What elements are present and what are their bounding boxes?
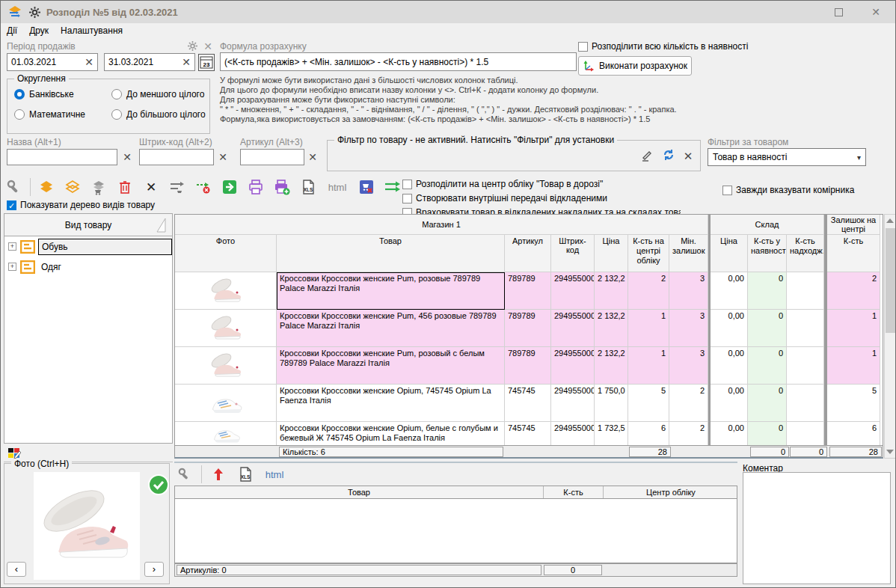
table-row[interactable]: Кроссовки Кроссовки женские Pum, розовый… (175, 347, 883, 385)
export-xls-button[interactable]: XLS (298, 177, 319, 197)
comment-textarea[interactable] (743, 472, 891, 584)
print-button[interactable] (245, 177, 266, 197)
execute-calculation-button[interactable]: Виконати розрахунок (578, 56, 692, 76)
product-name[interactable]: Кроссовки Кроссовки женские Opium, 74574… (277, 385, 505, 422)
calendar-button[interactable]: 23 (198, 54, 215, 71)
maximize-button[interactable] (822, 1, 855, 23)
radio-mathematical[interactable]: Математичне (14, 109, 85, 120)
close-button[interactable]: ✕ (859, 1, 892, 23)
col-header-qty[interactable]: К-сть (544, 486, 604, 498)
col-header-product[interactable]: Товар (175, 486, 544, 498)
export-html-button[interactable]: html (324, 177, 351, 197)
deferred-transfers-checkbox[interactable]: Створювати внутрішні передачі відкладени… (402, 193, 607, 203)
name-clear-icon[interactable]: ✕ (122, 151, 132, 163)
date-from-clear-icon[interactable]: ✕ (84, 56, 94, 68)
formula-input[interactable] (220, 52, 577, 71)
col-header-photo[interactable]: Фото (175, 235, 277, 272)
product-name[interactable]: Кроссовки Кроссовки женские Pum, 456 роз… (277, 310, 505, 347)
period-close-icon[interactable]: ✕ (203, 40, 213, 52)
col-header-article[interactable]: Артикул (505, 235, 551, 272)
cancel-move-button[interactable] (193, 177, 214, 197)
menu-settings[interactable]: Налаштування (55, 24, 129, 37)
distribution-table-body[interactable] (174, 499, 737, 563)
print-add-button[interactable] (271, 177, 292, 197)
svg-text:XLS: XLS (241, 474, 251, 480)
distribute-transit-checkbox[interactable]: Розподілити на центр обліку "Товар в дор… (402, 179, 603, 189)
filter-refresh-icon[interactable] (662, 148, 675, 162)
product-photo[interactable] (175, 422, 277, 446)
chevron-down-icon: ▾ (857, 153, 861, 162)
col-header-remain-qty[interactable]: К-сть (827, 235, 880, 272)
expand-icon[interactable]: + (8, 242, 16, 251)
toolbar-separator (201, 465, 202, 483)
col-header-product[interactable]: Товар (277, 235, 505, 272)
col-header-price[interactable]: Ціна (595, 235, 628, 272)
col-header-center[interactable]: Центр обліку (604, 486, 738, 498)
period-gear-icon[interactable] (188, 41, 197, 51)
scroll-up-icon[interactable] (886, 218, 894, 223)
distribute-all-checkbox[interactable]: Розподілити всю кількість в наявності (578, 41, 748, 52)
layers-filled-button[interactable] (36, 177, 57, 197)
barcode-clear-icon[interactable]: ✕ (218, 151, 228, 163)
product-photo[interactable] (175, 347, 277, 385)
filter-clear-icon[interactable]: ✕ (683, 150, 693, 163)
clear-x-button[interactable]: ✕ (141, 177, 162, 197)
menu-print[interactable]: Друк (23, 24, 55, 37)
product-name[interactable]: Кроссовки Кроссовки женские Pum, розовые… (277, 272, 505, 310)
product-name[interactable]: Кроссовки Кроссовки женские Opium, белые… (277, 422, 505, 446)
bottom-export-xls-button[interactable]: XLS (235, 465, 256, 484)
col-header-wh-income[interactable]: К-сть надходж. (787, 235, 824, 272)
always-storekeeper-checkbox[interactable]: Завжди вказувати комірника (722, 185, 854, 195)
product-photo[interactable] (175, 310, 277, 347)
radio-banking[interactable]: Банківське (14, 89, 74, 99)
col-header-barcode[interactable]: Штрих-код (551, 235, 595, 272)
table-row[interactable]: Кроссовки Кроссовки женские Pum, розовые… (175, 272, 883, 310)
scroll-down-icon[interactable] (886, 450, 894, 454)
expand-icon[interactable]: + (8, 263, 16, 271)
radio-round-up[interactable]: До більшого цілого (111, 109, 206, 120)
table-row[interactable]: Кроссовки Кроссовки женские Pum, 456 роз… (175, 310, 883, 347)
delete-trash-button[interactable] (114, 177, 135, 197)
product-photo[interactable] (175, 385, 277, 422)
article-search-input[interactable] (240, 149, 304, 165)
show-tree-checkbox[interactable]: ✓Показувати дерево видів товару (7, 200, 155, 210)
table-scrollbar[interactable] (884, 214, 896, 459)
table-row[interactable]: Кроссовки Кроссовки женские Opium, 74574… (175, 385, 883, 422)
col-header-qty-center[interactable]: К-сть на центрі обліку (628, 235, 669, 272)
col-header-wh-price[interactable]: Ціна (711, 235, 748, 272)
filter-edit-icon[interactable] (640, 149, 654, 162)
col-header-wh-qty[interactable]: К-сть у наявност (748, 235, 787, 272)
layers-outline-button[interactable] (62, 177, 83, 197)
return-up-button[interactable] (208, 465, 229, 484)
radio-round-down[interactable]: До меншого цілого (111, 89, 204, 99)
barcode-search-input[interactable] (139, 149, 214, 165)
move-to-cart-button[interactable] (167, 177, 188, 197)
layers-cart-button[interactable] (88, 177, 109, 197)
name-search-input[interactable] (7, 149, 117, 165)
stock-qty-total: 0 (750, 447, 789, 457)
product-photo[interactable] (175, 272, 277, 310)
bottom-export-html-button[interactable]: html (262, 465, 287, 484)
apply-arrow-button[interactable] (219, 177, 240, 197)
photo-next-button[interactable]: › (144, 562, 164, 577)
col-header-min-stock[interactable]: Мін. залишок (669, 235, 708, 272)
bottom-wrench-button[interactable] (174, 465, 195, 484)
photo-prev-button[interactable]: ‹ (7, 562, 26, 577)
tree-item-shoes[interactable]: + Обувь (4, 236, 172, 257)
product-photo-large[interactable] (34, 472, 140, 580)
menu-actions[interactable]: Дії (1, 24, 23, 37)
import-cart-button[interactable] (356, 177, 377, 197)
transfer-arrows-button[interactable] (382, 177, 403, 197)
scrollbar-thumb[interactable] (886, 228, 895, 333)
rounding-label: Округлення (14, 73, 69, 84)
table-row[interactable]: Кроссовки Кроссовки женские Opium, белые… (175, 422, 883, 446)
radio-dot (111, 89, 122, 99)
article-clear-icon[interactable]: ✕ (307, 151, 318, 163)
tree-header[interactable]: Вид товару (4, 214, 172, 236)
goods-filter-select[interactable]: Товар в наявності ▾ (708, 148, 866, 166)
settings-wrench-button[interactable] (4, 177, 25, 197)
date-to-clear-icon[interactable]: ✕ (181, 56, 191, 68)
tree-item-clothes[interactable]: + Одяг (4, 257, 172, 277)
photo-approved-icon[interactable] (147, 474, 170, 496)
product-name[interactable]: Кроссовки Кроссовки женские Pum, розовый… (277, 347, 505, 385)
